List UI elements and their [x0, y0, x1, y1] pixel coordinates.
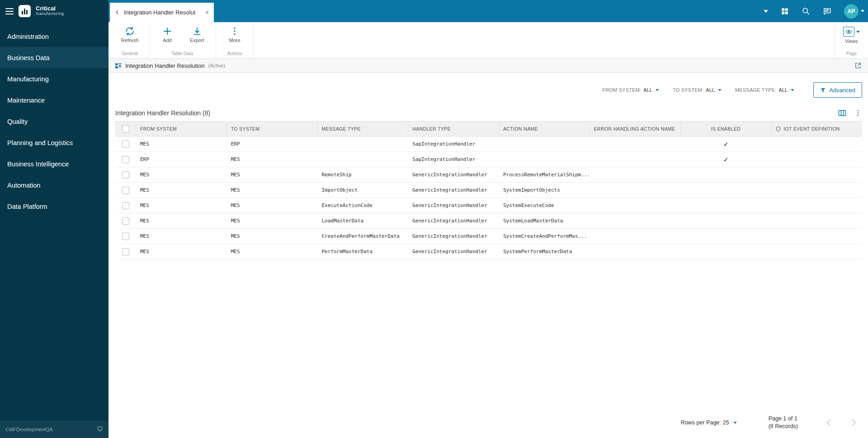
- toolbar-groups: RefreshGeneralAddExportTable DataMoreAct…: [108, 22, 254, 58]
- table-row[interactable]: MESERPSapIntegrationHandler✓: [115, 137, 862, 152]
- table-row[interactable]: MESMESCreateAndPerformMasterDataGenericI…: [115, 229, 862, 244]
- column-header-handler[interactable]: HANDLER TYPE: [408, 122, 499, 136]
- avatar[interactable]: AP: [844, 4, 859, 19]
- cell-enabled: [681, 244, 772, 259]
- page-header: Integration Handler Resolution (Active): [108, 59, 868, 73]
- search-icon[interactable]: [802, 7, 810, 15]
- column-header-from[interactable]: FROM SYSTEM: [136, 122, 227, 136]
- cell-error: [590, 198, 681, 213]
- views-label: Views: [845, 38, 858, 44]
- sidebar-item-business-intelligence[interactable]: Business Intelligence: [0, 153, 108, 174]
- chevron-down-icon: [791, 89, 794, 91]
- table-row[interactable]: MESMESImportObjectGenericIntegrationHand…: [115, 183, 862, 198]
- row-checkbox[interactable]: [122, 156, 129, 163]
- column-header-error[interactable]: ERROR HANDLING ACTION NAME: [590, 122, 681, 136]
- open-in-new-icon[interactable]: [854, 62, 862, 69]
- sidebar-item-quality[interactable]: Quality: [0, 111, 108, 132]
- sidebar-item-automation[interactable]: Automation: [0, 174, 108, 196]
- column-header-message[interactable]: MESSAGE TYPE: [318, 122, 409, 136]
- content-area: FROM SYSTEM:ALLTO SYSTEM:ALLMESSAGE TYPE…: [108, 73, 868, 438]
- table-row[interactable]: MESMESExecuteActionCodeGenericIntegratio…: [115, 198, 862, 213]
- chevron-left-icon[interactable]: [114, 9, 120, 15]
- table-row[interactable]: MESMESPerformMasterDataGenericIntegratio…: [115, 244, 862, 259]
- export-icon: [192, 26, 202, 36]
- row-checkbox[interactable]: [122, 233, 129, 240]
- chevron-down-icon: [733, 422, 737, 424]
- environment-label: CMFDevelopmentQA: [5, 427, 53, 432]
- cell-message: [318, 152, 409, 167]
- funnel-icon: [820, 87, 826, 93]
- sidebar-item-maintenance[interactable]: Maintenance: [0, 89, 108, 111]
- tab-integration-handler-resolution[interactable]: Integration Handler Resolut ✕: [110, 3, 214, 22]
- previous-page-button[interactable]: [824, 418, 834, 428]
- export-button[interactable]: Export: [183, 25, 211, 43]
- cell-action: [499, 152, 590, 167]
- sidebar-footer: CMFDevelopmentQA: [0, 421, 108, 438]
- row-checkbox[interactable]: [122, 171, 129, 179]
- row-checkbox[interactable]: [122, 202, 129, 209]
- cell-iot: [771, 183, 862, 198]
- rows-per-page-label: Rows per Page:: [681, 419, 721, 426]
- sidebar-item-business-data[interactable]: Business Data: [0, 47, 108, 68]
- rows-per-page-dropdown[interactable]: Rows per Page:25: [681, 419, 737, 426]
- sidebar-item-data-platform[interactable]: Data Platform: [0, 196, 108, 217]
- cell-enabled: [681, 213, 772, 228]
- cell-message: [318, 137, 409, 151]
- cell-message: PerformMasterData: [318, 244, 409, 259]
- cell-action: SystemCreateAndPerformMas...: [499, 229, 590, 244]
- grid-header-row: FROM SYSTEMTO SYSTEMMESSAGE TYPEHANDLER …: [115, 121, 862, 137]
- toolbar-group-actions: MoreActions: [216, 22, 254, 58]
- close-icon[interactable]: ✕: [205, 9, 209, 16]
- hamburger-menu-icon[interactable]: [5, 6, 14, 16]
- cell-from: MES: [136, 167, 227, 182]
- filter-from-system[interactable]: FROM SYSTEM:ALL: [602, 87, 659, 93]
- kebab-menu-icon[interactable]: [854, 109, 862, 117]
- more-button[interactable]: More: [221, 25, 249, 43]
- next-page-button[interactable]: [849, 418, 859, 428]
- avatar-chevron-down-icon[interactable]: [861, 10, 864, 12]
- data-table: FROM SYSTEMTO SYSTEMMESSAGE TYPEHANDLER …: [115, 121, 862, 259]
- sidebar-item-planning-and-logistics[interactable]: Planning and Logistics: [0, 132, 108, 153]
- entity-icon: [115, 62, 122, 69]
- toolbar-group-caption: Page: [846, 51, 857, 57]
- grid-body: MESERPSapIntegrationHandler✓ERPMESSapInt…: [115, 137, 862, 259]
- chat-icon[interactable]: [823, 7, 831, 15]
- toolbar-group-caption: Actions: [227, 51, 242, 57]
- table-row[interactable]: MESMESLoadMasterDataGenericIntegrationHa…: [115, 213, 862, 229]
- sidebar-item-manufacturing[interactable]: Manufacturing: [0, 68, 108, 89]
- views-button[interactable]: [843, 25, 860, 37]
- cell-to: MES: [227, 183, 318, 198]
- table-row[interactable]: MESMESRemoteShipGenericIntegrationHandle…: [115, 167, 862, 183]
- advanced-filter-button[interactable]: Advanced: [813, 82, 862, 98]
- column-header-enabled[interactable]: IS ENABLED: [681, 122, 772, 136]
- cell-to: MES: [227, 198, 318, 213]
- column-header-to[interactable]: TO SYSTEM: [227, 122, 318, 136]
- filter-to-system[interactable]: TO SYSTEM:ALL: [673, 87, 722, 93]
- cell-enabled: [681, 183, 772, 198]
- refresh-button[interactable]: Refresh: [116, 25, 144, 43]
- chevron-down-icon[interactable]: [764, 10, 768, 13]
- cell-enabled: [681, 167, 772, 182]
- check-icon: ✓: [723, 141, 729, 148]
- column-header-action[interactable]: ACTION NAME: [499, 122, 590, 136]
- cell-handler: GenericIntegrationHandler: [408, 229, 499, 244]
- select-all-cell: [115, 122, 136, 136]
- filter-bar-items: FROM SYSTEM:ALLTO SYSTEM:ALLMESSAGE TYPE…: [602, 87, 794, 93]
- row-checkbox[interactable]: [122, 217, 129, 225]
- device-icon[interactable]: [97, 426, 103, 433]
- pagination-bar: Rows per Page:25 Page 1 of 1 (8 Records): [115, 409, 862, 438]
- add-button[interactable]: Add: [153, 25, 181, 43]
- filter-message-type[interactable]: MESSAGE TYPE:ALL: [735, 87, 794, 93]
- sidebar-item-administration[interactable]: Administration: [0, 26, 108, 47]
- apps-grid-icon[interactable]: [781, 7, 789, 15]
- rows-per-page-value: 25: [723, 419, 729, 426]
- row-checkbox[interactable]: [122, 248, 129, 255]
- table-row[interactable]: ERPMESSapIntegrationHandler✓: [115, 152, 862, 167]
- column-header-iot[interactable]: IOT EVENT DEFINITION: [771, 122, 862, 136]
- sidebar: Critical manufacturing AdministrationBus…: [0, 0, 108, 438]
- shield-icon: [775, 126, 781, 132]
- columns-icon[interactable]: [838, 108, 847, 118]
- row-checkbox[interactable]: [122, 141, 129, 148]
- select-all-checkbox[interactable]: [122, 125, 129, 132]
- row-checkbox[interactable]: [122, 187, 129, 194]
